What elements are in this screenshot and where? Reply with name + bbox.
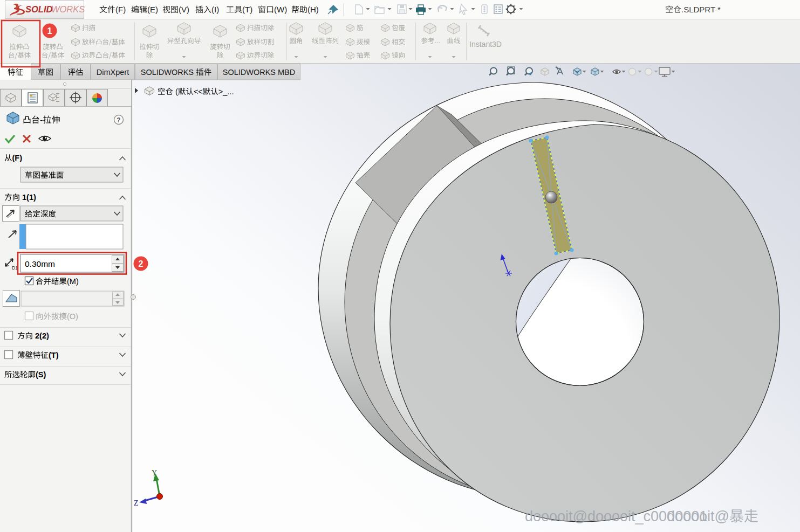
svg-text:(W): (W) — [274, 5, 287, 14]
svg-text:<<: << — [194, 87, 203, 96]
svg-text:(I): (I) — [211, 5, 219, 14]
svg-text:(O): (O) — [67, 312, 78, 321]
svg-text:(F): (F) — [115, 5, 126, 14]
svg-text:Instant3D: Instant3D — [469, 40, 502, 49]
svg-text:SOLID: SOLID — [25, 4, 53, 14]
svg-text:(F): (F) — [12, 154, 23, 162]
svg-text:2(2): 2(2) — [33, 331, 49, 340]
svg-text:2: 2 — [139, 259, 143, 268]
svg-text:D1: D1 — [12, 265, 18, 271]
svg-text:(M): (M) — [67, 277, 79, 286]
svg-text:Y: Y — [152, 469, 157, 477]
svg-text:dooooit@: dooooit@ — [667, 508, 729, 524]
svg-text:SOLIDWORKS MBD: SOLIDWORKS MBD — [223, 68, 296, 77]
svg-text:(H): (H) — [307, 5, 319, 14]
svg-text:1: 1 — [47, 26, 52, 36]
svg-text:(E): (E) — [147, 5, 158, 14]
svg-text:1(1): 1(1) — [20, 193, 36, 202]
svg-text:.SLDPRT *: .SLDPRT * — [681, 5, 721, 14]
svg-text:(T): (T) — [242, 5, 252, 14]
svg-text:?: ? — [117, 116, 120, 124]
svg-text:Z: Z — [134, 499, 139, 507]
svg-text:WORKS: WORKS — [51, 4, 85, 14]
svg-text:0.30mm: 0.30mm — [25, 259, 55, 268]
svg-text:(: ( — [173, 87, 178, 96]
svg-text:DimXpert: DimXpert — [97, 68, 129, 77]
svg-text:(T): (T) — [49, 351, 59, 360]
svg-text:(V): (V) — [179, 5, 189, 14]
svg-text:...: ... — [435, 37, 440, 45]
svg-text:(S): (S) — [36, 370, 46, 379]
svg-text:SOLIDWORKS: SOLIDWORKS — [141, 68, 194, 77]
svg-text:>_...: >_... — [218, 87, 234, 96]
